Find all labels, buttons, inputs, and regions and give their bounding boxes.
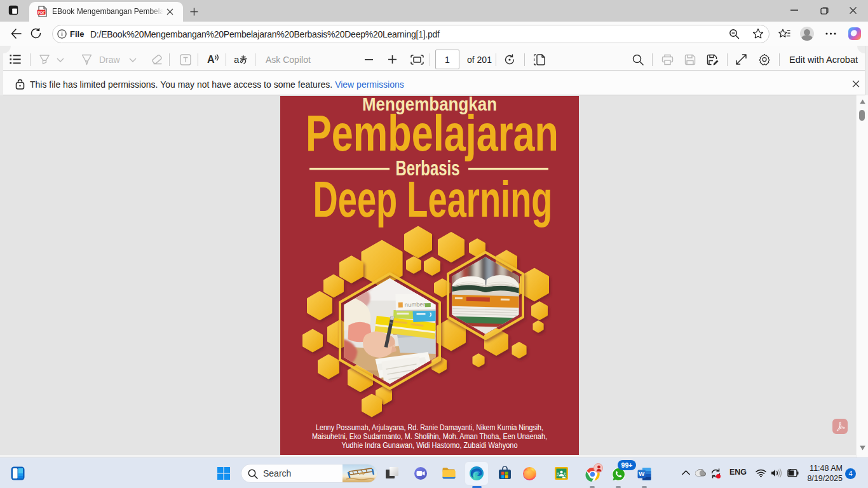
svg-text:PDF: PDF — [37, 11, 45, 15]
svg-text:Maisuhetni, Eko Sudarmanto, M.: Maisuhetni, Eko Sudarmanto, M. Sholihin,… — [312, 431, 547, 441]
svg-text:Pembelajaran: Pembelajaran — [306, 105, 559, 161]
svg-text:A: A — [207, 54, 215, 65]
svg-text:Lenny Possumah, Arjulayana, Rd: Lenny Possumah, Arjulayana, Rd. Ranie Da… — [316, 423, 543, 432]
svg-text:number: number — [405, 301, 425, 308]
svg-text:Deep Learning: Deep Learning — [313, 171, 553, 227]
svg-text:a: a — [234, 54, 240, 65]
svg-text:W: W — [639, 470, 644, 477]
svg-text:Yudhie Indra Gunawan, Widi Has: Yudhie Indra Gunawan, Widi Hastomo, Zuba… — [342, 440, 518, 450]
